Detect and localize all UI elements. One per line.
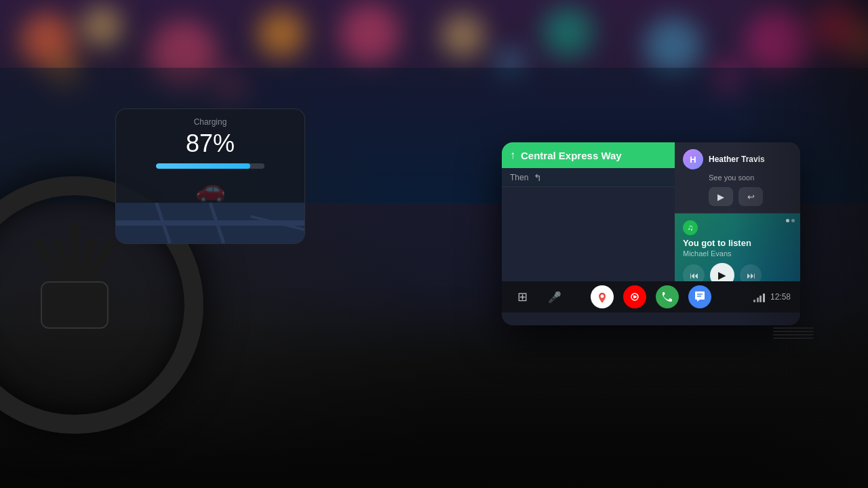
turn-arrow-icon: ↑: [510, 149, 515, 161]
music-artist: Michael Evans: [683, 249, 792, 258]
contact-avatar: H: [683, 149, 703, 169]
notification-header: H Heather Travis: [683, 149, 792, 169]
app-grid-button[interactable]: ⊞: [511, 286, 533, 308]
charging-label: Charging: [194, 117, 227, 127]
cluster-mini-map: [116, 203, 304, 243]
then-turn-icon: ↰: [534, 172, 542, 183]
play-pause-button[interactable]: ▶: [710, 263, 734, 281]
notification-actions: ▶ ↩: [709, 187, 792, 206]
previous-track-button[interactable]: ⏮: [683, 264, 705, 281]
battery-percent: 87%: [186, 129, 235, 158]
instrument-cluster: Charging 87% 🚗: [115, 108, 305, 244]
bokeh-light: [644, 17, 702, 75]
signal-strength-icon: [753, 291, 765, 302]
steering-wheel-center: [41, 281, 108, 329]
music-app-icon: ♫: [683, 220, 698, 235]
right-panel: H Heather Travis See you soon ▶ ↩: [675, 142, 800, 281]
next-track-button[interactable]: ⏭: [740, 264, 762, 281]
bokeh-light: [81, 7, 122, 47]
bokeh-light: [441, 14, 485, 58]
youtube-music-button[interactable]: [623, 285, 646, 308]
taskbar-apps: [591, 285, 711, 308]
battery-bar: [156, 163, 264, 169]
clock-display: 12:58: [770, 292, 791, 302]
music-page-dots: [786, 219, 795, 222]
svg-point-23: [601, 295, 604, 298]
music-title: You got to listen: [683, 238, 792, 248]
battery-bar-fill: [156, 163, 250, 169]
reply-button[interactable]: ↩: [738, 187, 763, 206]
nav-header: ↑ Central Express Way: [502, 142, 675, 168]
android-auto-display: ↑ Central Express Way Then ↰: [502, 142, 800, 325]
taskbar-right: 12:58: [711, 291, 791, 302]
taskbar: ⊞ 🎤: [502, 281, 800, 312]
contact-initials: H: [690, 155, 696, 165]
air-vents: [773, 327, 814, 339]
bokeh-light: [542, 7, 593, 58]
phone-button[interactable]: [656, 285, 679, 308]
vent-line-4: [773, 338, 814, 339]
contact-name: Heather Travis: [709, 155, 765, 164]
display-top-section: ↑ Central Express Way Then ↰: [502, 142, 800, 281]
music-app-symbol: ♫: [688, 223, 694, 232]
taskbar-left: ⊞ 🎤: [511, 286, 591, 308]
notification-card: H Heather Travis See you soon ▶ ↩: [675, 142, 800, 214]
notification-message: See you soon: [709, 174, 792, 182]
then-label: Then: [510, 173, 528, 182]
google-maps-button[interactable]: [591, 285, 614, 308]
music-card[interactable]: ♫ You got to listen Michael Evans ⏮ ▶ ⏭: [675, 214, 800, 281]
nav-street-name: Central Express Way: [521, 150, 622, 161]
bokeh-light: [258, 10, 305, 58]
vent-line-3: [773, 334, 814, 336]
play-message-button[interactable]: ▶: [709, 187, 733, 206]
music-dot-2: [791, 219, 795, 222]
bokeh-light: [339, 3, 400, 64]
music-dot-1: [786, 219, 789, 222]
bokeh-light: [746, 10, 810, 75]
microphone-button[interactable]: 🎤: [544, 286, 566, 308]
music-controls: ⏮ ▶ ⏭: [683, 263, 792, 281]
car-silhouette: 🚗: [195, 177, 226, 201]
messages-button[interactable]: [688, 285, 711, 308]
vent-line-1: [773, 327, 814, 329]
vent-line-2: [773, 331, 814, 332]
navigation-panel[interactable]: ↑ Central Express Way Then ↰: [502, 142, 675, 281]
nav-then-instruction: Then ↰: [502, 168, 675, 187]
